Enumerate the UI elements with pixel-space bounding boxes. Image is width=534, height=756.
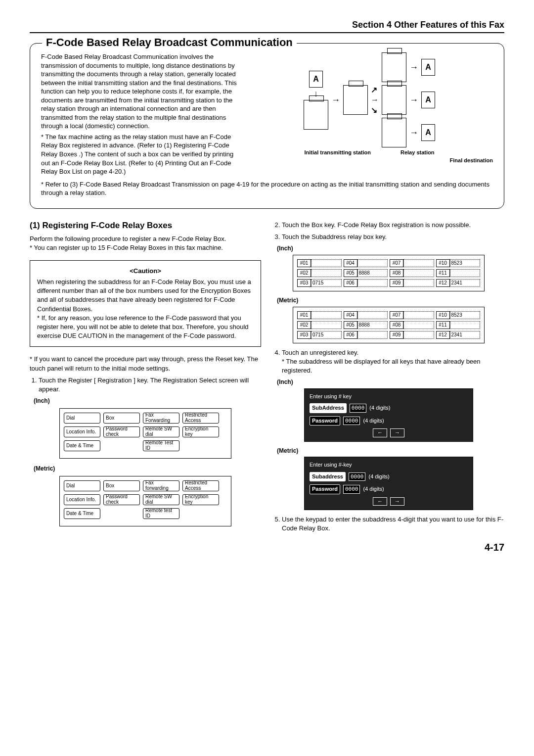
note: * You can register up to 15 F-Code Relay… xyxy=(30,243,261,252)
arrow-fan-icon: ↗ xyxy=(371,85,379,94)
box-val xyxy=(450,321,481,329)
next-button[interactable]: → xyxy=(390,497,404,506)
entry-title: Enter using #-key xyxy=(310,461,468,469)
feature-title: F-Code Based Relay Broadcast Communicati… xyxy=(42,36,297,49)
prev-button[interactable]: ← xyxy=(373,428,387,437)
box-key-02[interactable]: #02 xyxy=(297,269,311,277)
box-key-09[interactable]: #09 xyxy=(390,331,403,339)
box-val xyxy=(403,269,434,277)
dial-button[interactable]: Dial xyxy=(64,480,100,491)
box-val xyxy=(357,259,388,267)
arrow-fan-icon: ↘ xyxy=(371,105,379,115)
box-key-06[interactable]: #06 xyxy=(344,279,357,287)
box-key-12[interactable]: #12 xyxy=(436,331,450,339)
fax-machine-icon xyxy=(382,52,406,82)
fax-machine-icon xyxy=(343,85,368,115)
box-key-08[interactable]: #08 xyxy=(390,269,403,277)
box-val: 0715 xyxy=(311,331,342,339)
box-val xyxy=(403,331,434,339)
remote-sw-dial-button[interactable]: Remote SW dial xyxy=(143,494,179,505)
box-key-04[interactable]: #04 xyxy=(344,259,357,267)
box-key-10[interactable]: #10 xyxy=(436,311,450,319)
dial-button[interactable]: Dial xyxy=(64,413,100,424)
box-key-09[interactable]: #09 xyxy=(390,279,403,287)
next-button[interactable]: → xyxy=(390,428,404,437)
box-val xyxy=(403,279,434,287)
intro-text: F-Code Based Relay Broadcast Communicati… xyxy=(41,52,239,176)
encryption-key-button[interactable]: Encryption key xyxy=(182,494,219,505)
variant-label-inch: (Inch) xyxy=(34,397,261,405)
step-4: Touch an unregistered key. * The subaddr… xyxy=(282,348,504,376)
caution-box: <Caution> When registering the subaddres… xyxy=(30,260,261,347)
box-button[interactable]: Box xyxy=(103,413,140,424)
encryption-key-button[interactable]: Encryption key xyxy=(182,426,219,437)
box-val xyxy=(311,269,342,277)
arrow-right-icon: → xyxy=(409,95,418,105)
box-key-10[interactable]: #10 xyxy=(436,259,450,267)
restricted-access-button[interactable]: Restricted Access xyxy=(182,480,219,491)
lead-text: Perform the following procedure to regis… xyxy=(30,235,261,243)
subaddress-label: SubAddress xyxy=(310,403,347,413)
box-key-11[interactable]: #11 xyxy=(436,269,450,277)
subaddress-field[interactable]: 0000 xyxy=(350,404,367,412)
box-key-06[interactable]: #06 xyxy=(344,331,357,339)
blank xyxy=(103,440,140,451)
box-key-04[interactable]: #04 xyxy=(344,311,357,319)
arrow-fan-icon: → xyxy=(371,95,379,104)
blank xyxy=(182,440,219,451)
box-val xyxy=(450,269,481,277)
box-val xyxy=(357,311,388,319)
hint-text: (4 digits) xyxy=(369,404,390,412)
date-time-button[interactable]: Date & Time xyxy=(64,508,100,519)
box-key-07[interactable]: #07 xyxy=(390,259,403,267)
restricted-access-button[interactable]: Restricted Access xyxy=(182,413,219,424)
date-time-button[interactable]: Date & Time xyxy=(64,440,100,451)
box-val: 8888 xyxy=(357,269,388,277)
fax-machine-icon xyxy=(304,100,328,130)
password-check-button[interactable]: Password check xyxy=(103,426,140,437)
box-key-11[interactable]: #11 xyxy=(436,321,450,329)
diagram-label-final: Final destination xyxy=(450,157,493,163)
fax-forwarding-button[interactable]: Fax Forwarding xyxy=(143,413,179,424)
password-field[interactable]: 0000 xyxy=(343,485,360,493)
step-2: Touch the Box key. F-Code Relay Box regi… xyxy=(282,221,504,230)
password-check-button[interactable]: Password check xyxy=(103,494,140,505)
location-info-button[interactable]: Location Info. xyxy=(64,494,100,505)
page-number: 4-17 xyxy=(30,542,504,553)
location-info-button[interactable]: Location Info. xyxy=(64,426,100,437)
box-button[interactable]: Box xyxy=(103,480,140,491)
box-key-01[interactable]: #01 xyxy=(297,259,311,267)
remote-test-id-button[interactable]: Remote Test ID xyxy=(143,440,179,451)
box-key-12[interactable]: #12 xyxy=(436,279,450,287)
box-key-03[interactable]: #03 xyxy=(297,331,311,339)
box-key-01[interactable]: #01 xyxy=(297,311,311,319)
intro-paragraph: F-Code Based Relay Broadcast Communicati… xyxy=(41,52,239,131)
registration-screen-inch: Dial Box Fax Forwarding Restricted Acces… xyxy=(59,408,231,459)
variant-label-metric: (Metric) xyxy=(277,296,504,305)
step-4-note: * The subaddress will be displayed for a… xyxy=(282,358,481,374)
subaddress-field[interactable]: 0000 xyxy=(349,472,366,481)
registration-screen-metric: Dial Box Fax forwarding Restricted Acces… xyxy=(59,476,231,526)
fax-machine-icon xyxy=(382,118,406,147)
box-key-02[interactable]: #02 xyxy=(297,321,311,329)
box-key-03[interactable]: #03 xyxy=(297,279,311,287)
prev-button[interactable]: ← xyxy=(373,497,387,506)
left-column: (1) Registering F-Code Relay Boxes Perfo… xyxy=(30,218,261,536)
remote-sw-dial-button[interactable]: Remote SW dial xyxy=(143,426,179,437)
box-key-05[interactable]: #05 xyxy=(344,269,357,277)
caution-body: When registering the subaddress for an F… xyxy=(37,278,254,314)
document-icon: A xyxy=(421,124,435,141)
hint-text: (4 digits) xyxy=(363,417,384,425)
steps-list: Touch the Box key. F-Code Relay Box regi… xyxy=(273,221,504,241)
fax-forwarding-button[interactable]: Fax forwarding xyxy=(143,480,179,491)
step-1: Touch the Register [ Registration ] key.… xyxy=(39,376,261,394)
step-4-text: Touch an unregistered key. xyxy=(282,349,358,356)
document-icon: A xyxy=(421,92,435,108)
password-field[interactable]: 0000 xyxy=(343,417,360,425)
variant-label-metric: (Metric) xyxy=(277,447,504,455)
relay-box-panel-metric: #01 #04 #07 #108523 #02 #058888 #08 #11 … xyxy=(293,307,485,343)
box-key-08[interactable]: #08 xyxy=(390,321,403,329)
box-key-05[interactable]: #05 xyxy=(344,321,357,329)
remote-test-id-button[interactable]: Remote test ID xyxy=(143,508,179,519)
box-key-07[interactable]: #07 xyxy=(390,311,403,319)
